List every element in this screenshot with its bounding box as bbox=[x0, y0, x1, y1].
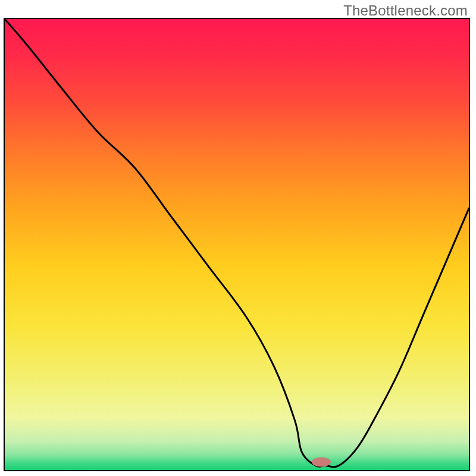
watermark-text: TheBottleneck.com bbox=[343, 2, 468, 19]
heatmap-background bbox=[5, 19, 469, 470]
plot-svg bbox=[5, 19, 469, 470]
plot-frame bbox=[4, 18, 470, 471]
optimal-marker bbox=[312, 458, 331, 467]
